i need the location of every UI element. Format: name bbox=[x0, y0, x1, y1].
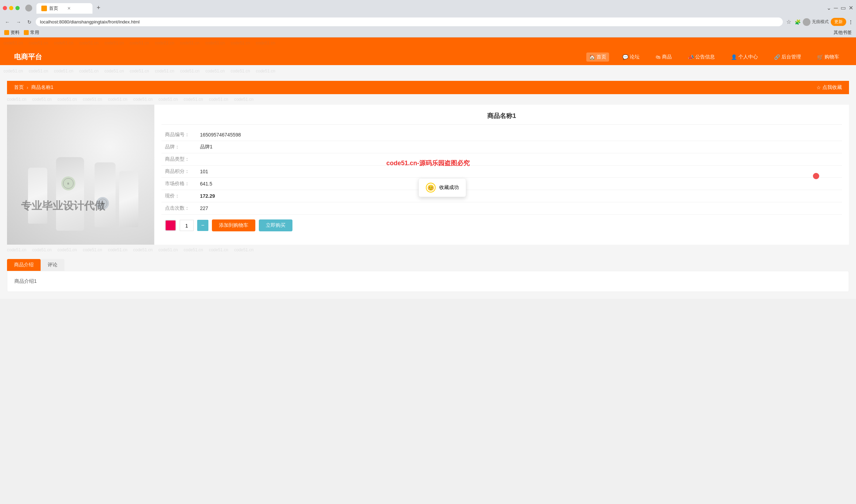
product-brand-value: 品牌1 bbox=[196, 141, 842, 153]
action-row: 1 − 添加到购物车 立即购买 bbox=[161, 215, 842, 236]
minimize-icon[interactable]: ─ bbox=[834, 5, 838, 11]
bottle-badge-2: B bbox=[96, 197, 109, 210]
address-bar-row: ← → ↻ ☆ 🧩 无痕模式 更新 ⋮ bbox=[0, 16, 856, 28]
back-btn[interactable]: ← bbox=[3, 18, 12, 26]
product-market-price-row: 市场价格： 641.5 bbox=[161, 178, 842, 190]
product-detail: 商品名称1 商品编号： 165095746745598 品牌： 品牌1 商品类型… bbox=[154, 105, 849, 245]
product-area: B B 商品名称1 商品编号： 165095746745598 bbox=[7, 105, 849, 245]
profile-area: 无痕模式 bbox=[803, 18, 829, 26]
product-score-label: 商品积分： bbox=[161, 166, 196, 178]
menu-btn[interactable]: ⋮ bbox=[848, 19, 853, 25]
watermark-section: code51.cn code51.cn code51.cn code51.cn … bbox=[0, 65, 856, 77]
nav-announcements[interactable]: 📣公告信息 bbox=[685, 52, 718, 62]
product-category-label: 商品类型： bbox=[161, 153, 196, 166]
bottle-3 bbox=[95, 162, 116, 227]
other-bookmarks[interactable]: 其他书签 bbox=[834, 29, 852, 36]
nav-products[interactable]: 🛍商品 bbox=[653, 52, 675, 62]
bookmark-folder-icon bbox=[4, 30, 9, 35]
bookmark-item-resources[interactable]: 资料 bbox=[4, 29, 20, 36]
site-logo: 电商平台 bbox=[14, 52, 42, 62]
nav-forum[interactable]: 💬论坛 bbox=[620, 52, 642, 62]
qty-decrease-btn[interactable]: − bbox=[197, 220, 208, 231]
browser-titlebar: 首页 ✕ + ⌄ ─ ▭ ✕ bbox=[0, 0, 856, 16]
breadcrumb-bar: 首页 › 商品名称1 ☆ 点我收藏 bbox=[7, 81, 849, 94]
site-header: code51.cn code51.cn code51.cn code51.cn … bbox=[0, 37, 856, 65]
product-score-row: 商品积分： 101 bbox=[161, 166, 842, 178]
chevron-down-icon[interactable]: ⌄ bbox=[827, 5, 831, 11]
bookmark-item-common[interactable]: 常用 bbox=[24, 29, 39, 36]
product-category-value bbox=[196, 153, 842, 166]
browser-icon bbox=[25, 5, 32, 12]
bottle-badge-1: B bbox=[61, 176, 75, 190]
restore-icon[interactable]: ▭ bbox=[841, 5, 846, 11]
update-btn[interactable]: 更新 bbox=[831, 18, 846, 26]
bottle-4 bbox=[119, 171, 138, 227]
bottle-2 bbox=[56, 157, 84, 231]
description-text: 商品介绍1 bbox=[14, 278, 37, 284]
product-category-row: 商品类型： bbox=[161, 153, 842, 166]
other-bookmarks-label: 其他书签 bbox=[834, 29, 852, 36]
product-code-label: 商品编号： bbox=[161, 129, 196, 141]
forward-btn[interactable]: → bbox=[14, 18, 23, 26]
breadcrumb-home[interactable]: 首页 bbox=[14, 84, 24, 91]
browser-controls bbox=[3, 6, 20, 10]
product-price-value: 172.29 bbox=[196, 190, 842, 202]
tab-bar: 首页 ✕ + bbox=[35, 2, 824, 14]
product-image: B B bbox=[7, 105, 154, 245]
product-clicks-label: 点击次数： bbox=[161, 202, 196, 215]
address-input[interactable] bbox=[36, 18, 783, 26]
active-tab[interactable]: 首页 ✕ bbox=[36, 3, 92, 14]
nav-cart[interactable]: 🛒购物车 bbox=[814, 52, 842, 62]
tab-title: 首页 bbox=[49, 5, 58, 12]
watermark-row-1: code51.cn code51.cn code51.cn code51.cn … bbox=[7, 94, 849, 105]
tabs-bar: 商品介绍 评论 bbox=[7, 259, 849, 271]
maximize-window-btn[interactable] bbox=[15, 6, 20, 10]
product-image-wrap: B B bbox=[7, 105, 154, 245]
breadcrumb-product[interactable]: 商品名称1 bbox=[31, 84, 54, 91]
tab-close-btn[interactable]: ✕ bbox=[67, 6, 71, 11]
breadcrumb: 首页 › 商品名称1 bbox=[14, 84, 53, 91]
product-wrapper: B B 商品名称1 商品编号： 165095746745598 bbox=[7, 105, 849, 245]
bookmark-label-common: 常用 bbox=[30, 29, 39, 36]
product-score-value: 101 bbox=[196, 166, 842, 178]
product-market-price-label: 市场价格： bbox=[161, 178, 196, 190]
window-controls-right: ⌄ ─ ▭ ✕ bbox=[827, 5, 853, 11]
extension-btn[interactable]: 🧩 bbox=[795, 19, 801, 25]
toast-overlay: 😊 收藏成功 bbox=[419, 178, 466, 197]
toast-message: 收藏成功 bbox=[439, 184, 459, 191]
page-content-area: 首页 › 商品名称1 ☆ 点我收藏 code51.cn code51.cn co… bbox=[0, 77, 856, 299]
nav-links: 🏠首页 💬论坛 🛍商品 📣公告信息 👤个人中心 🔗后台管理 🛒购物车 bbox=[586, 52, 842, 62]
nav-home[interactable]: 🏠首页 bbox=[586, 52, 609, 62]
bottle-1 bbox=[28, 168, 47, 224]
tab-description[interactable]: 商品介绍 bbox=[7, 259, 41, 271]
nav-admin[interactable]: 🔗后台管理 bbox=[771, 52, 804, 62]
nav-bar: 电商平台 🏠首页 💬论坛 🛍商品 📣公告信息 👤个人中心 🔗后台管理 🛒购物车 bbox=[0, 49, 856, 65]
product-brand-label: 品牌： bbox=[161, 141, 196, 153]
product-info-table: 商品编号： 165095746745598 品牌： 品牌1 商品类型： 商 bbox=[161, 129, 842, 215]
profile-label: 无痕模式 bbox=[812, 19, 829, 25]
nav-profile[interactable]: 👤个人中心 bbox=[728, 52, 761, 62]
close-window-btn[interactable] bbox=[3, 6, 7, 10]
tab-favicon bbox=[41, 6, 47, 11]
buy-now-btn[interactable]: 立即购买 bbox=[259, 219, 292, 231]
product-market-price-value: 641.5 bbox=[196, 178, 842, 190]
product-price-row: 现价： 172.29 bbox=[161, 190, 842, 202]
bookmark-star-btn[interactable]: ☆ bbox=[785, 17, 793, 27]
minimize-window-btn[interactable] bbox=[9, 6, 13, 10]
refresh-btn[interactable]: ↻ bbox=[25, 18, 34, 26]
bookmarks-bar: 资料 常用 其他书签 bbox=[0, 28, 856, 37]
add-to-cart-btn[interactable]: 添加到购物车 bbox=[212, 219, 255, 231]
product-clicks-value: 227 bbox=[196, 202, 842, 215]
qty-display: 1 bbox=[180, 220, 194, 231]
favorite-btn[interactable]: ☆ 点我收藏 bbox=[816, 84, 842, 91]
tab-reviews[interactable]: 评论 bbox=[41, 259, 64, 271]
bookmark-folder-icon-2 bbox=[24, 30, 29, 35]
toast-icon: 😊 bbox=[426, 183, 436, 192]
new-tab-btn[interactable]: + bbox=[92, 2, 105, 14]
close-icon[interactable]: ✕ bbox=[849, 5, 853, 11]
watermark-mid-row: code51.cn code51.cn code51.cn code51.cn … bbox=[0, 65, 856, 77]
product-code-value: 165095746745598 bbox=[196, 129, 842, 141]
watermark-row-2: code51.cn code51.cn code51.cn code51.cn … bbox=[7, 245, 849, 255]
watermark-top-row: code51.cn code51.cn code51.cn code51.cn … bbox=[0, 37, 856, 49]
color-swatch-red[interactable] bbox=[165, 220, 176, 231]
